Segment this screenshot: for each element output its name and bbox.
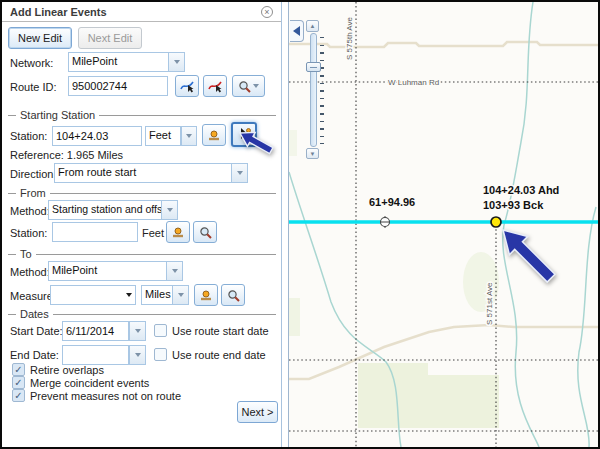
to-method-value: MilePoint — [49, 262, 166, 280]
measure-combo[interactable] — [50, 285, 136, 305]
map-canvas: W Luhman Rd S 575th Ave S 571st Ave 61+9… — [289, 2, 599, 447]
route-search-button[interactable] — [232, 75, 265, 97]
search-icon — [227, 289, 240, 302]
reference-text: Reference: 1.965 Miles — [10, 149, 123, 161]
chevron-down-icon — [253, 84, 259, 88]
next-edit-button[interactable]: Next Edit — [78, 27, 142, 49]
chevron-down-icon — [130, 322, 145, 340]
retire-overlaps-checkbox[interactable]: ✓ — [12, 363, 25, 376]
end-date-label: End Date: — [10, 349, 59, 361]
end-date-input[interactable] — [62, 345, 129, 365]
chevron-down-icon[interactable] — [161, 201, 177, 219]
street-label-horizontal: W Luhman Rd — [388, 78, 439, 87]
zoom-out-button[interactable]: ▼ — [306, 148, 319, 159]
from-unit-text: Feet — [142, 227, 164, 239]
use-route-end-date-label: Use route end date — [172, 349, 266, 361]
green-area — [289, 130, 297, 156]
reference-point-marker — [381, 216, 390, 228]
search-icon — [238, 80, 251, 93]
station-icon — [207, 128, 221, 142]
prevent-measures-checkbox[interactable]: ✓ — [12, 389, 25, 402]
measure-label: Measure: — [10, 290, 56, 302]
to-method-select[interactable]: MilePoint — [48, 261, 183, 281]
zoom-in-button[interactable]: ▲ — [306, 20, 319, 32]
measure-unit-value: Miles — [142, 286, 172, 304]
station-label: Station: — [10, 130, 47, 142]
add-linear-events-panel: Add Linear Events × New Edit Next Edit N… — [2, 2, 282, 447]
close-icon[interactable]: × — [261, 6, 273, 18]
tan-road — [289, 325, 599, 379]
merge-coincident-events-checkbox[interactable]: ✓ — [12, 376, 25, 389]
station-measure-label-left: 61+94.96 — [369, 196, 415, 208]
zoom-slider-track[interactable] — [310, 33, 317, 147]
station-unit-arrow[interactable] — [181, 126, 197, 146]
from-station-measure-button[interactable] — [166, 221, 190, 243]
app-window: Add Linear Events × New Edit Next Edit N… — [0, 0, 600, 449]
station-unit-select[interactable]: Feet — [145, 126, 181, 146]
station-measure-label-back: 103+93 Bck — [483, 199, 544, 211]
next-button[interactable]: Next > — [237, 401, 278, 423]
route-select-icon — [180, 79, 195, 93]
green-area — [289, 298, 300, 336]
station-measure-label-ahead: 104+24.03 Ahd — [483, 184, 559, 196]
network-select[interactable]: MilePoint — [68, 52, 185, 72]
use-route-end-date-checkbox[interactable] — [154, 348, 167, 361]
chevron-down-icon[interactable] — [172, 286, 188, 304]
street-label-vertical-bottom: S 571st Ave — [485, 282, 494, 325]
collapse-panel-button[interactable] — [290, 20, 304, 42]
pick-station-on-map-button[interactable] — [231, 122, 257, 147]
from-station-input[interactable] — [52, 222, 138, 242]
dates-legend: Dates — [8, 308, 276, 320]
station-icon — [171, 225, 185, 239]
selected-station-marker[interactable] — [491, 217, 501, 227]
chevron-down-icon[interactable] — [168, 53, 184, 71]
search-icon — [199, 226, 212, 239]
to-method-label: Method: — [10, 266, 50, 278]
retire-overlaps-label: Retire overlaps — [30, 364, 104, 376]
network-label: Network: — [10, 57, 53, 69]
to-legend: To — [8, 248, 276, 260]
chevron-left-icon — [293, 26, 300, 36]
station-input[interactable] — [52, 126, 142, 146]
measure-unit-select[interactable]: Miles — [141, 285, 189, 305]
tan-road — [289, 42, 599, 47]
from-method-select[interactable]: Starting station and offset — [48, 200, 178, 220]
zoom-slider-handle[interactable] — [306, 62, 321, 72]
from-station-label: Station: — [10, 227, 47, 239]
station-unit-value: Feet — [146, 127, 180, 145]
route-id-label: Route ID: — [10, 81, 56, 93]
station-measure-button[interactable] — [202, 124, 226, 146]
start-date-dropdown[interactable] — [129, 321, 146, 341]
route-id-input[interactable] — [68, 76, 168, 96]
new-edit-button[interactable]: New Edit — [8, 27, 72, 49]
start-date-label: Start Date: — [10, 325, 63, 337]
route-clear-icon — [208, 79, 223, 93]
start-date-input[interactable] — [62, 321, 129, 341]
from-legend: From — [8, 187, 276, 199]
end-date-dropdown[interactable] — [129, 345, 146, 365]
network-value: MilePoint — [69, 53, 168, 71]
green-area — [358, 363, 499, 428]
pick-station-icon — [237, 127, 252, 142]
station-icon — [199, 288, 213, 302]
starting-station-legend: Starting Station — [8, 109, 276, 121]
chevron-down-icon[interactable] — [166, 262, 182, 280]
street-label-vertical-top: S 575th Ave — [345, 16, 354, 60]
measure-pick-button[interactable] — [194, 284, 218, 306]
from-station-search-button[interactable] — [193, 221, 217, 243]
direction-select[interactable]: From route start — [54, 163, 248, 183]
prevent-measures-label: Prevent measures not on route — [30, 390, 181, 402]
chevron-down-icon[interactable] — [126, 286, 135, 304]
chevron-down-icon — [130, 346, 145, 364]
panel-title: Add Linear Events — [10, 6, 107, 18]
use-route-start-date-label: Use route start date — [172, 325, 269, 337]
chevron-down-icon — [182, 127, 196, 145]
clear-route-selection-button[interactable] — [203, 75, 227, 97]
use-route-start-date-checkbox[interactable] — [154, 324, 167, 337]
select-route-on-map-button[interactable] — [175, 75, 199, 97]
chevron-down-icon[interactable] — [231, 164, 247, 182]
map-viewport[interactable]: W Luhman Rd S 575th Ave S 571st Ave 61+9… — [288, 2, 598, 447]
zoom-slider-ticks — [320, 37, 324, 144]
measure-search-button[interactable] — [221, 284, 245, 306]
direction-value: From route start — [55, 164, 231, 182]
